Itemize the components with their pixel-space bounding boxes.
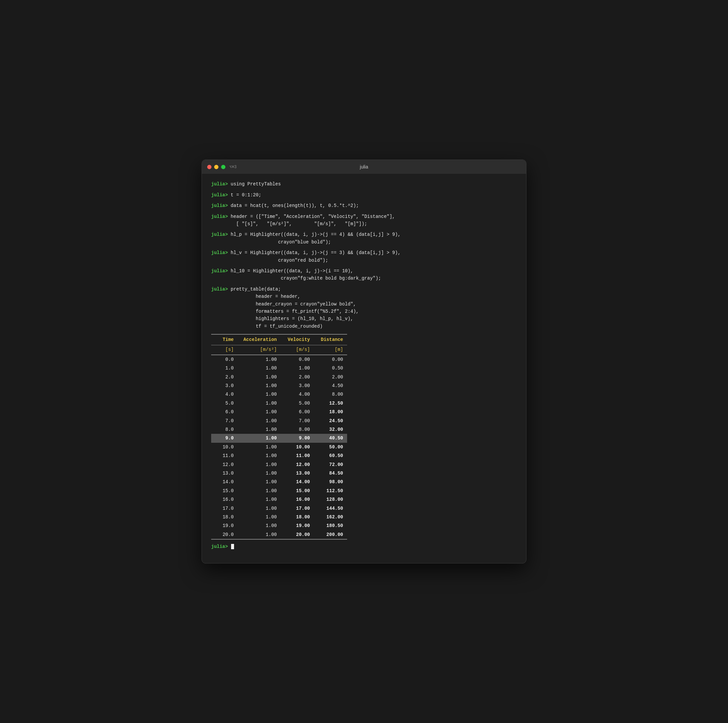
prompt-6: julia> [211, 250, 228, 255]
cell-time: 13.0 [211, 469, 238, 478]
code-6a: hl_v = Highlighter((data, i, j)->(j == 3… [231, 250, 401, 255]
cell-vel: 15.00 [281, 487, 314, 495]
cell-dist: 2.00 [314, 373, 347, 381]
cell-accel: 1.00 [238, 513, 281, 521]
table-row: 4.01.004.008.00 [211, 390, 347, 399]
th-accel: Acceleration [238, 334, 281, 345]
table-row: 18.01.0018.00162.00 [211, 513, 347, 521]
table-row: 16.01.0016.00128.00 [211, 495, 347, 504]
cell-dist: 84.50 [314, 469, 347, 478]
cell-time: 16.0 [211, 495, 238, 504]
data-table: Time Acceleration Velocity Distance [s] … [211, 334, 347, 539]
cell-time: 4.0 [211, 390, 238, 399]
cell-dist: 12.50 [314, 399, 347, 407]
unit-time: [s] [211, 345, 238, 355]
cell-accel: 1.00 [238, 487, 281, 495]
cell-dist: 32.00 [314, 425, 347, 434]
cell-time: 17.0 [211, 504, 238, 513]
cell-vel: 4.00 [281, 390, 314, 399]
cell-time: 20.0 [211, 530, 238, 539]
cell-accel: 1.00 [238, 390, 281, 399]
cell-dist: 24.50 [314, 417, 347, 425]
table-row: 8.01.008.0032.00 [211, 425, 347, 434]
close-button[interactable] [207, 165, 211, 169]
cell-vel: 9.00 [281, 434, 314, 443]
cell-dist: 18.00 [314, 407, 347, 416]
cell-vel: 12.00 [281, 460, 314, 469]
cell-time: 0.0 [211, 355, 238, 364]
table-row: 6.01.006.0018.00 [211, 407, 347, 416]
table-output: Time Acceleration Velocity Distance [s] … [211, 334, 517, 539]
code-4a: header = (["Time", "Acceleration", "Velo… [231, 214, 395, 219]
table-row: 17.01.0017.00144.50 [211, 504, 347, 513]
cell-time: 2.0 [211, 373, 238, 381]
cell-time: 7.0 [211, 417, 238, 425]
code-7a: hl_10 = Highlighter((data, i, j)->(i == … [231, 268, 353, 274]
table-row: 10.01.0010.0050.00 [211, 443, 347, 451]
command-7: julia> hl_10 = Highlighter((data, i, j)-… [211, 267, 517, 282]
code-5b: crayon"blue bold"); [211, 239, 331, 245]
code-8c: header_crayon = crayon"yellow bold", [211, 302, 356, 307]
table-row: 14.01.0014.0098.00 [211, 478, 347, 486]
cell-vel: 3.00 [281, 381, 314, 390]
cell-accel: 1.00 [238, 495, 281, 504]
command-8: julia> pretty_table(data; header = heade… [211, 286, 517, 330]
table-header-row: Time Acceleration Velocity Distance [211, 334, 347, 345]
table-row: 20.01.0020.00200.00 [211, 530, 347, 539]
last-prompt-line: julia> [211, 543, 517, 550]
cell-accel: 1.00 [238, 460, 281, 469]
th-vel: Velocity [281, 334, 314, 345]
code-8e: highlighters = (hl_10, hl_p, hl_v), [211, 316, 353, 322]
cell-dist: 50.00 [314, 443, 347, 451]
code-8d: formatters = ft_printf("%5.2f", 2:4), [211, 309, 359, 314]
command-5: julia> hl_p = Highlighter((data, i, j)->… [211, 231, 517, 246]
prompt-8: julia> [211, 286, 228, 292]
prompt-5: julia> [211, 232, 228, 237]
cell-vel: 7.00 [281, 417, 314, 425]
cell-dist: 128.00 [314, 495, 347, 504]
terminal-content: julia> using PrettyTables julia> t = 0:1… [202, 174, 526, 563]
minimize-button[interactable] [214, 165, 219, 169]
cell-vel: 2.00 [281, 373, 314, 381]
unit-dist: [m] [314, 345, 347, 355]
prompt-2: julia> [211, 192, 228, 198]
cell-vel: 6.00 [281, 407, 314, 416]
prompt-3: julia> [211, 203, 228, 208]
cell-time: 19.0 [211, 521, 238, 530]
cell-vel: 11.00 [281, 451, 314, 460]
table-row: 13.01.0013.0084.50 [211, 469, 347, 478]
prompt-4: julia> [211, 214, 228, 219]
table-row: 0.01.000.000.00 [211, 355, 347, 364]
cell-accel: 1.00 [238, 425, 281, 434]
cell-time: 12.0 [211, 460, 238, 469]
window-title: julia [360, 164, 368, 170]
cell-accel: 1.00 [238, 399, 281, 407]
prompt-1: julia> [211, 181, 228, 187]
cell-accel: 1.00 [238, 478, 281, 486]
code-8f: tf = tf_unicode_rounded) [211, 324, 323, 329]
unit-accel: [m/s²] [238, 345, 281, 355]
table-row: 1.01.001.000.50 [211, 364, 347, 372]
cell-time: 5.0 [211, 399, 238, 407]
cell-time: 3.0 [211, 381, 238, 390]
unit-vel: [m/s] [281, 345, 314, 355]
command-6: julia> hl_v = Highlighter((data, i, j)->… [211, 249, 517, 264]
fullscreen-button[interactable] [221, 165, 225, 169]
table-row: 3.01.003.004.50 [211, 381, 347, 390]
cell-dist: 200.00 [314, 530, 347, 539]
cell-vel: 16.00 [281, 495, 314, 504]
code-1: using PrettyTables [231, 181, 281, 187]
th-time: Time [211, 334, 238, 345]
cell-time: 6.0 [211, 407, 238, 416]
command-2: julia> t = 0:1:20; [211, 191, 517, 199]
cell-time: 11.0 [211, 451, 238, 460]
code-7b: crayon"fg:white bold bg:dark_gray"); [211, 276, 381, 281]
cell-accel: 1.00 [238, 521, 281, 530]
code-5a: hl_p = Highlighter((data, i, j)->(j == 4… [231, 232, 401, 237]
cell-dist: 8.00 [314, 390, 347, 399]
cell-accel: 1.00 [238, 443, 281, 451]
code-6b: crayon"red bold"); [211, 258, 328, 263]
prompt-7: julia> [211, 268, 228, 274]
cell-vel: 18.00 [281, 513, 314, 521]
cell-accel: 1.00 [238, 364, 281, 372]
